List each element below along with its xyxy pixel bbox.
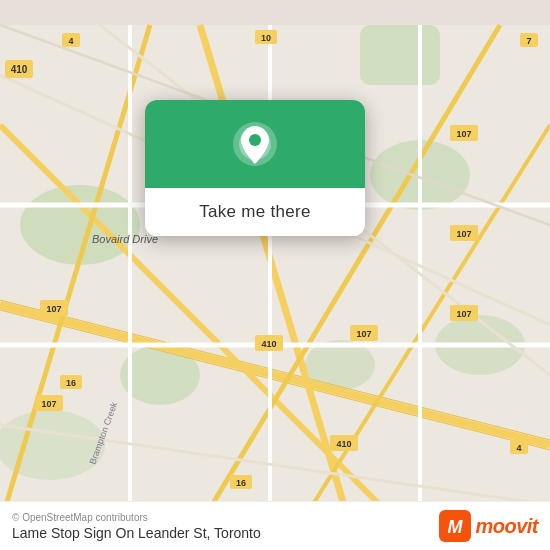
svg-text:107: 107: [456, 229, 471, 239]
svg-text:16: 16: [236, 478, 246, 488]
svg-rect-7: [360, 25, 440, 85]
svg-text:107: 107: [46, 304, 61, 314]
svg-text:M: M: [448, 517, 464, 537]
svg-text:107: 107: [456, 129, 471, 139]
svg-text:10: 10: [261, 33, 271, 43]
svg-text:7: 7: [526, 36, 531, 46]
popup-green-section: [145, 100, 365, 188]
location-pin-icon: [231, 120, 279, 168]
attribution-text: © OpenStreetMap contributors: [12, 512, 261, 523]
map-container: 410 4 10 7 107 107 107 107 107 107 16 16…: [0, 0, 550, 550]
location-name: Lame Stop Sign On Leander St, Toronto: [12, 525, 261, 541]
bottom-left: © OpenStreetMap contributors Lame Stop S…: [12, 512, 261, 541]
popup-button-section: Take me there: [145, 188, 365, 236]
bottom-bar: © OpenStreetMap contributors Lame Stop S…: [0, 501, 550, 550]
svg-text:410: 410: [261, 339, 276, 349]
map-background: 410 4 10 7 107 107 107 107 107 107 16 16…: [0, 0, 550, 550]
moovit-logo: M moovit: [439, 510, 538, 542]
moovit-brand-text: moovit: [475, 515, 538, 538]
moovit-logo-icon: M: [439, 510, 471, 542]
svg-text:107: 107: [456, 309, 471, 319]
popup-card: Take me there: [145, 100, 365, 236]
svg-text:107: 107: [41, 399, 56, 409]
svg-text:16: 16: [66, 378, 76, 388]
svg-text:410: 410: [11, 64, 28, 75]
take-me-there-button[interactable]: Take me there: [145, 188, 365, 236]
svg-text:4: 4: [516, 443, 521, 453]
svg-text:410: 410: [336, 439, 351, 449]
svg-point-59: [249, 134, 261, 146]
svg-text:4: 4: [68, 36, 73, 46]
svg-text:Bovaird Drive: Bovaird Drive: [92, 233, 158, 245]
svg-text:107: 107: [356, 329, 371, 339]
